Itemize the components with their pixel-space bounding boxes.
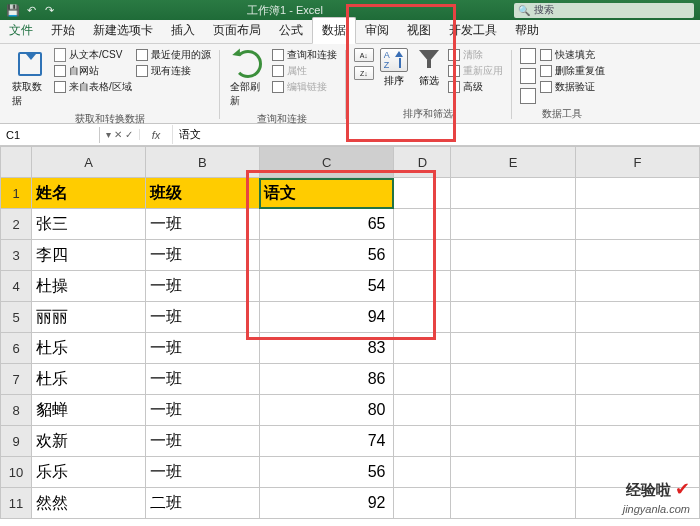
tab-newtab[interactable]: 新建选项卡: [84, 18, 162, 43]
cell[interactable]: [575, 178, 699, 209]
cell[interactable]: [451, 271, 575, 302]
row-header[interactable]: 11: [1, 488, 32, 519]
flash-fill-icon2[interactable]: [520, 68, 536, 84]
cell[interactable]: [575, 240, 699, 271]
tab-developer[interactable]: 开发工具: [440, 18, 506, 43]
cell[interactable]: 一班: [145, 457, 259, 488]
cell[interactable]: 杜乐: [32, 333, 146, 364]
cell[interactable]: 班级: [145, 178, 259, 209]
cell[interactable]: 语文: [259, 178, 394, 209]
tab-review[interactable]: 审阅: [356, 18, 398, 43]
table-row[interactable]: 4杜操一班54: [1, 271, 700, 302]
cell[interactable]: 56: [259, 457, 394, 488]
reapply-button[interactable]: 重新应用: [448, 64, 503, 78]
tab-home[interactable]: 开始: [42, 18, 84, 43]
cell[interactable]: [451, 209, 575, 240]
col-header-E[interactable]: E: [451, 147, 575, 178]
tab-data[interactable]: 数据: [312, 17, 356, 44]
data-valid-button[interactable]: 数据验证: [540, 80, 605, 94]
sort-button[interactable]: Z 排序: [378, 48, 410, 88]
table-row[interactable]: 8貂蝉一班80: [1, 395, 700, 426]
undo-icon[interactable]: ↶: [24, 3, 38, 17]
cell[interactable]: 李四: [32, 240, 146, 271]
cell[interactable]: 张三: [32, 209, 146, 240]
cell[interactable]: 83: [259, 333, 394, 364]
col-header-D[interactable]: D: [394, 147, 451, 178]
table-row[interactable]: 1 姓名 班级 语文: [1, 178, 700, 209]
table-row[interactable]: 6杜乐一班83: [1, 333, 700, 364]
row-header[interactable]: 2: [1, 209, 32, 240]
row-header[interactable]: 8: [1, 395, 32, 426]
cell[interactable]: [394, 271, 451, 302]
save-icon[interactable]: 💾: [6, 3, 20, 17]
cell[interactable]: [575, 457, 699, 488]
queries-button[interactable]: 查询和连接: [272, 48, 337, 62]
tab-help[interactable]: 帮助: [506, 18, 548, 43]
cell[interactable]: [451, 178, 575, 209]
cell[interactable]: [451, 426, 575, 457]
cell[interactable]: 86: [259, 364, 394, 395]
cell[interactable]: 一班: [145, 240, 259, 271]
recent-sources-button[interactable]: 最近使用的源: [136, 48, 211, 62]
sort-desc-button[interactable]: Z↓: [354, 66, 374, 80]
refresh-all-button[interactable]: 全部刷新: [228, 48, 268, 110]
cell[interactable]: [575, 364, 699, 395]
cell[interactable]: 丽丽: [32, 302, 146, 333]
row-header[interactable]: 7: [1, 364, 32, 395]
row-header[interactable]: 10: [1, 457, 32, 488]
select-all-corner[interactable]: [1, 147, 32, 178]
text-to-columns-icon[interactable]: [520, 48, 536, 64]
from-web-button[interactable]: 自网站: [54, 64, 132, 78]
properties-button[interactable]: 属性: [272, 64, 337, 78]
cell[interactable]: 姓名: [32, 178, 146, 209]
table-row[interactable]: 10乐乐一班56: [1, 457, 700, 488]
cell[interactable]: [451, 395, 575, 426]
cell[interactable]: 一班: [145, 364, 259, 395]
cell[interactable]: [394, 426, 451, 457]
clear-filter-button[interactable]: 清除: [448, 48, 503, 62]
tab-formulas[interactable]: 公式: [270, 18, 312, 43]
name-box[interactable]: C1: [0, 127, 100, 143]
tab-file[interactable]: 文件: [0, 18, 42, 43]
advanced-button[interactable]: 高级: [448, 80, 503, 94]
table-row[interactable]: 9欢新一班74: [1, 426, 700, 457]
cell[interactable]: 65: [259, 209, 394, 240]
cell[interactable]: 欢新: [32, 426, 146, 457]
tab-page-layout[interactable]: 页面布局: [204, 18, 270, 43]
cell[interactable]: 一班: [145, 271, 259, 302]
filter-button[interactable]: 筛选: [414, 48, 444, 88]
cell[interactable]: [575, 302, 699, 333]
grid-table[interactable]: A B C D E F 1 姓名 班级 语文 2张三一班653李四一班564杜操…: [0, 146, 700, 519]
cell[interactable]: 一班: [145, 302, 259, 333]
cell[interactable]: [394, 178, 451, 209]
cell[interactable]: [394, 209, 451, 240]
row-header[interactable]: 4: [1, 271, 32, 302]
edit-links-button[interactable]: 编辑链接: [272, 80, 337, 94]
cell[interactable]: [394, 488, 451, 519]
cell[interactable]: 一班: [145, 395, 259, 426]
cell[interactable]: [451, 364, 575, 395]
search-box[interactable]: 🔍 搜索: [514, 3, 694, 18]
col-header-B[interactable]: B: [145, 147, 259, 178]
cell[interactable]: [394, 395, 451, 426]
from-csv-button[interactable]: 从文本/CSV: [54, 48, 132, 62]
cell[interactable]: 54: [259, 271, 394, 302]
table-row[interactable]: 7杜乐一班86: [1, 364, 700, 395]
row-header[interactable]: 5: [1, 302, 32, 333]
cell[interactable]: [575, 271, 699, 302]
cell[interactable]: 一班: [145, 333, 259, 364]
cell[interactable]: [451, 302, 575, 333]
formula-bar[interactable]: 语文: [172, 125, 700, 144]
get-data-button[interactable]: 获取数据: [10, 48, 50, 110]
cell[interactable]: 杜乐: [32, 364, 146, 395]
cell[interactable]: [451, 333, 575, 364]
col-header-A[interactable]: A: [32, 147, 146, 178]
cell[interactable]: [575, 426, 699, 457]
cell[interactable]: 一班: [145, 209, 259, 240]
col-header-F[interactable]: F: [575, 147, 699, 178]
table-row[interactable]: 2张三一班65: [1, 209, 700, 240]
cell[interactable]: [451, 240, 575, 271]
cell[interactable]: 二班: [145, 488, 259, 519]
cell[interactable]: 一班: [145, 426, 259, 457]
cell[interactable]: [575, 395, 699, 426]
